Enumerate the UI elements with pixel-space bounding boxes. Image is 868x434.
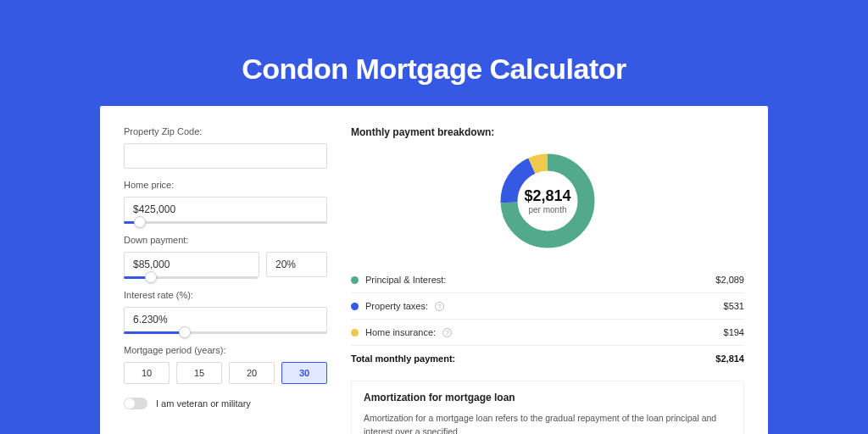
blue-dot-icon <box>351 303 359 310</box>
home-price-slider[interactable] <box>124 221 327 224</box>
legend-amount: $2,089 <box>715 275 744 285</box>
donut-total: $2,814 <box>524 187 570 205</box>
amortization-title: Amortization for mortgage loan <box>364 392 732 403</box>
zip-label: Property Zip Code: <box>124 126 327 136</box>
breakdown-column: Monthly payment breakdown: $2,814 per mo… <box>351 126 744 434</box>
legend-amount: $194 <box>724 327 744 337</box>
zip-input[interactable] <box>124 143 327 169</box>
period-option-15[interactable]: 15 <box>176 362 222 384</box>
legend-label: Property taxes: <box>365 301 428 311</box>
down-payment-slider[interactable] <box>124 276 258 279</box>
down-payment-amount-input[interactable] <box>124 252 259 277</box>
amortization-section: Amortization for mortgage loan Amortizat… <box>351 381 744 434</box>
help-icon[interactable]: ? <box>435 302 444 311</box>
down-payment-label: Down payment: <box>124 235 327 245</box>
interest-rate-slider-thumb[interactable] <box>179 326 191 338</box>
inputs-column: Property Zip Code: Home price: Down paym… <box>124 126 327 434</box>
calculator-card: Property Zip Code: Home price: Down paym… <box>100 106 768 434</box>
yellow-dot-icon <box>351 329 359 337</box>
donut-sub: per month <box>528 205 566 214</box>
period-option-20[interactable]: 20 <box>229 362 275 384</box>
home-price-slider-thumb[interactable] <box>134 216 146 228</box>
down-payment-pct-input[interactable] <box>266 252 327 277</box>
interest-rate-slider[interactable] <box>124 331 327 334</box>
legend-row-green: Principal & Interest:$2,089 <box>351 267 744 293</box>
legend-label: Principal & Interest: <box>365 275 446 285</box>
total-label: Total monthly payment: <box>351 353 455 364</box>
payment-donut-chart: $2,814 per month <box>497 150 598 252</box>
legend-row-yellow: Home insurance:?$194 <box>351 320 744 345</box>
veteran-label: I am veteran or military <box>156 398 251 409</box>
interest-rate-label: Interest rate (%): <box>124 290 327 300</box>
down-payment-slider-thumb[interactable] <box>145 271 157 283</box>
home-price-label: Home price: <box>124 180 327 190</box>
period-option-10[interactable]: 10 <box>124 362 170 384</box>
legend-label: Home insurance: <box>365 327 436 337</box>
mortgage-period-label: Mortgage period (years): <box>124 345 327 355</box>
veteran-toggle[interactable] <box>124 398 147 409</box>
total-amount: $2,814 <box>715 353 744 364</box>
mortgage-period-group: 10152030 <box>124 362 327 384</box>
help-icon[interactable]: ? <box>442 328 452 337</box>
legend-row-blue: Property taxes:?$531 <box>351 293 744 320</box>
amortization-text: Amortization for a mortgage loan refers … <box>364 412 732 434</box>
legend: Principal & Interest:$2,089Property taxe… <box>351 267 744 345</box>
page-title: Condon Mortgage Calculator <box>0 0 868 86</box>
period-option-30[interactable]: 30 <box>281 362 327 384</box>
green-dot-icon <box>351 276 359 284</box>
home-price-input[interactable] <box>124 197 327 222</box>
legend-amount: $531 <box>724 301 744 311</box>
breakdown-title: Monthly payment breakdown: <box>351 126 744 138</box>
interest-rate-input[interactable] <box>124 307 327 332</box>
